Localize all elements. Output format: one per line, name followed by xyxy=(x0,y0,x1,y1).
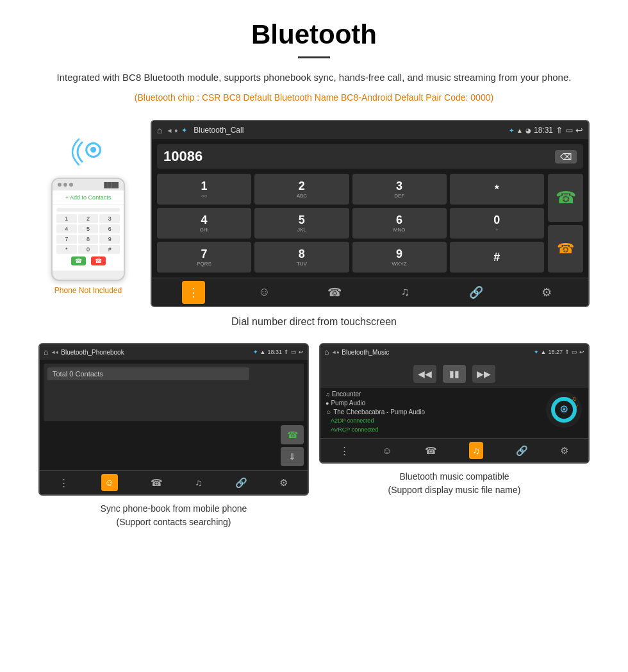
phone-key-7[interactable]: 7 xyxy=(56,235,77,244)
pb-signal: ▲ xyxy=(260,349,266,355)
track-3-row: ☺ The Cheebacabra - Pump Audio xyxy=(326,408,541,416)
phone-key-0[interactable]: 0 xyxy=(78,245,99,254)
music-nav-phone[interactable]: ☎ xyxy=(425,442,437,459)
pb-status: ✦ ▲ 18:31 ⇑ ▭ ↩ xyxy=(253,349,304,355)
phone-dot xyxy=(63,183,67,187)
dial-number-display: 10086 xyxy=(163,148,202,165)
next-button[interactable]: ▶▶ xyxy=(472,365,495,383)
pb-search-bar[interactable]: Total 0 Contacts xyxy=(47,367,249,380)
phone-dots xyxy=(58,183,73,187)
screen-title-call: Bluetooth_Call xyxy=(194,126,505,135)
pb-nav-contacts[interactable]: ☺ xyxy=(101,474,117,491)
phonebook-panel: ⌂ ◄♦ Bluetooth_Phonebook ✦ ▲ 18:31 ⇑ ▭ ↩… xyxy=(38,343,309,529)
nav-contacts-icon[interactable]: ☺ xyxy=(252,281,276,304)
bluetooth-waves-icon: ⦿ xyxy=(66,133,111,171)
nav-settings-icon[interactable]: ⚙ xyxy=(535,281,558,304)
music-signal: ▲ xyxy=(541,349,547,355)
prev-button[interactable]: ◀◀ xyxy=(413,365,436,383)
phone-key-1[interactable]: 1 xyxy=(56,214,77,223)
dial-key-8[interactable]: 8TUV xyxy=(254,242,349,273)
phone-add-contacts: + Add to Contacts xyxy=(53,190,124,205)
phone-key-hash[interactable]: # xyxy=(99,245,120,254)
pb-window[interactable]: ▭ xyxy=(291,349,297,355)
music-nav-bar: ⋮ ☺ ☎ ♫ 🔗 ⚙ xyxy=(320,438,588,462)
track-2-name: Pump Audio xyxy=(331,399,365,407)
music-title: Bluetooth_Music xyxy=(342,349,531,356)
dial-key-9[interactable]: 9WXYZ xyxy=(352,242,447,273)
phone-device-mockup: ████ + Add to Contacts 1 2 3 4 5 6 7 8 9 xyxy=(51,178,125,281)
home-icon[interactable]: ⌂ xyxy=(157,125,162,135)
pb-nav-settings[interactable]: ⚙ xyxy=(279,474,288,491)
pb-nav-phone[interactable]: ☎ xyxy=(151,474,163,491)
dial-key-3[interactable]: 3DEF xyxy=(352,174,447,205)
phone-key-2[interactable]: 2 xyxy=(78,214,99,223)
phone-end-button[interactable]: ☎ xyxy=(91,256,106,265)
phone-key-3[interactable]: 3 xyxy=(99,214,120,223)
pb-expand[interactable]: ⇑ xyxy=(284,349,289,355)
music-topbar: ⌂ ◄♦ Bluetooth_Music ✦ ▲ 18:27 ⇑ ▭ ↩ xyxy=(320,344,588,360)
music-panel: ⌂ ◄♦ Bluetooth_Music ✦ ▲ 18:27 ⇑ ▭ ↩ ◀◀ xyxy=(319,343,590,529)
dial-key-0plus[interactable]: 0+ xyxy=(450,208,544,239)
play-pause-button[interactable]: ▮▮ xyxy=(443,365,466,383)
recall-button[interactable]: ☎ xyxy=(548,225,583,273)
music-caption: Bluetooth music compatible (Support disp… xyxy=(388,470,521,497)
music-nav-music[interactable]: ♫ xyxy=(469,442,483,459)
main-demo-section: ⦿ ████ + Add to Contacts 1 xyxy=(38,120,590,307)
music-home-icon[interactable]: ⌂ xyxy=(324,348,329,357)
dial-key-2[interactable]: 2ABC xyxy=(254,174,349,205)
pb-nav-music[interactable]: ♫ xyxy=(195,474,202,491)
track-1-row: ♫ Encounter xyxy=(326,391,541,398)
pb-download-btn[interactable]: ⇓ xyxy=(281,447,304,466)
music-controls: ◀◀ ▮▮ ▶▶ xyxy=(320,360,588,388)
pb-nav-dialpad[interactable]: ⋮ xyxy=(59,474,69,491)
phone-key-8[interactable]: 8 xyxy=(78,235,99,244)
dial-key-6[interactable]: 6MNO xyxy=(352,208,447,239)
music-window[interactable]: ▭ xyxy=(572,349,577,355)
music-nav-settings[interactable]: ⚙ xyxy=(560,442,568,459)
bt-status-icon: ✦ xyxy=(181,126,187,135)
pb-sep: ◄♦ xyxy=(51,349,58,355)
call-button[interactable]: ☎ xyxy=(548,174,583,222)
pb-back[interactable]: ↩ xyxy=(299,349,304,355)
phone-status-bar: ████ xyxy=(53,179,124,190)
nav-phone-icon[interactable]: ☎ xyxy=(323,281,346,304)
pb-action-buttons: ☎ ⇓ xyxy=(44,425,304,466)
music-expand[interactable]: ⇑ xyxy=(565,349,570,355)
dial-key-1[interactable]: 1○○ xyxy=(157,174,251,205)
phone-key-6[interactable]: 6 xyxy=(99,224,120,233)
phone-key-4[interactable]: 4 xyxy=(56,224,77,233)
dial-grid-container: 1○○ 2ABC 3DEF * 4GHI 5JKL 6MNO 0+ 7PQRS … xyxy=(152,174,588,278)
music-nav-dialpad[interactable]: ⋮ xyxy=(340,442,349,459)
pb-nav-link[interactable]: 🔗 xyxy=(235,474,247,491)
dial-key-hash[interactable]: # xyxy=(450,242,544,273)
svg-text:⦿: ⦿ xyxy=(560,405,568,414)
nav-dialpad-icon[interactable]: ⋮ xyxy=(182,281,205,304)
phone-call-button[interactable]: ☎ xyxy=(71,256,86,265)
pb-home-icon[interactable]: ⌂ xyxy=(44,348,48,357)
expand-icon[interactable]: ⇑ xyxy=(556,125,563,135)
bt-dot-icon: ✦ xyxy=(509,127,514,134)
nav-music-icon[interactable]: ♫ xyxy=(394,281,417,304)
dial-key-5[interactable]: 5JKL xyxy=(254,208,349,239)
dial-key-star[interactable]: * xyxy=(450,174,544,205)
dial-key-4[interactable]: 4GHI xyxy=(157,208,251,239)
music-nav-link[interactable]: 🔗 xyxy=(516,442,528,459)
dial-key-7[interactable]: 7PQRS xyxy=(157,242,251,273)
page-title: Bluetooth xyxy=(38,19,590,50)
phone-key-5[interactable]: 5 xyxy=(78,224,99,233)
phone-key-star[interactable]: * xyxy=(56,245,77,254)
title-divider xyxy=(298,56,330,58)
speaker-icon: ● xyxy=(326,400,329,407)
nav-link-icon[interactable]: 🔗 xyxy=(465,281,488,304)
music-nav-contacts[interactable]: ☺ xyxy=(382,442,392,459)
window-icon[interactable]: ▭ xyxy=(566,126,573,135)
music-back[interactable]: ↩ xyxy=(579,349,584,355)
car-nav-bar-call: ⋮ ☺ ☎ ♫ 🔗 ⚙ xyxy=(152,278,588,306)
phone-dot xyxy=(58,183,62,187)
music-bt-icon: ✦ xyxy=(534,349,539,355)
car-screen-main: ⌂ ◄ ♦ ✦ Bluetooth_Call ✦ ▲ ◕ 18:31 ⇑ ▭ ↩… xyxy=(151,120,590,307)
pb-call-btn[interactable]: ☎ xyxy=(281,425,304,444)
backspace-button[interactable]: ⌫ xyxy=(555,150,577,164)
phone-key-9[interactable]: 9 xyxy=(99,235,120,244)
back-icon[interactable]: ↩ xyxy=(575,125,583,135)
